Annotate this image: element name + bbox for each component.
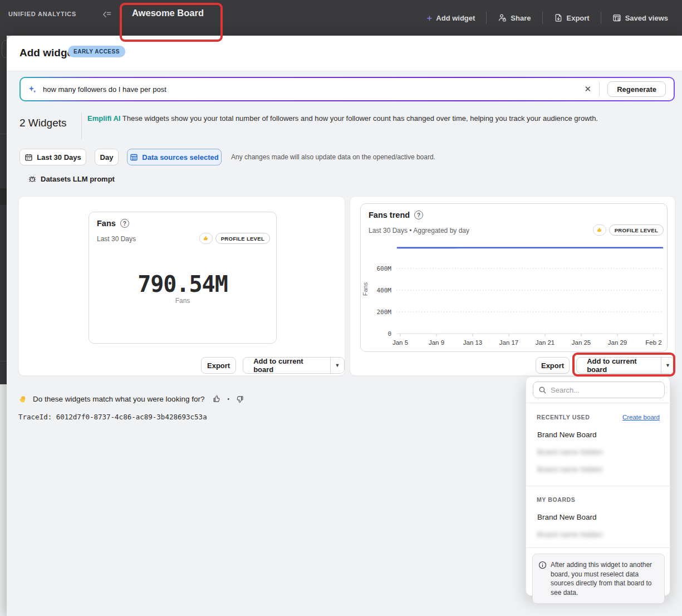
svg-text:Jan 21: Jan 21 <box>536 339 555 346</box>
recently-used-list: Brand New Board Board name hidden Board … <box>526 426 671 478</box>
ai-prompt-inner: ✕ Regenerate <box>21 78 674 100</box>
data-sources-filter[interactable]: Data sources selected <box>127 149 222 165</box>
saved-views-icon <box>612 13 621 22</box>
add-widget-modal: Add widget EARLY ACCESS ✕ Regenerate 2 W… <box>7 36 682 616</box>
my-boards-list: Brand New Board Board name hidden <box>526 509 671 543</box>
divider <box>599 82 600 96</box>
fans-widget-container: Fans ? Last 30 Days PROFILE LEVEL 790.54… <box>18 196 345 376</box>
trace-id: TraceId: 6012d7f0-8737-4c86-ac89-3b42869… <box>18 413 207 421</box>
filters-note: Any changes made will also update data o… <box>231 153 435 161</box>
svg-text:Jan 17: Jan 17 <box>499 339 519 346</box>
board-list-item[interactable]: Brand New Board <box>526 509 671 526</box>
fans-card-title: Fans <box>97 219 116 228</box>
screen: UNIFIED ANALYTICS Awesome Board + Add wi… <box>0 0 682 616</box>
modal-header: Add widget EARLY ACCESS <box>7 36 682 71</box>
share-button[interactable]: Share <box>487 13 542 22</box>
recently-used-header: RECENTLY USED <box>537 414 590 421</box>
fans-add-to-board-button[interactable]: Add to current board <box>243 358 330 373</box>
divider <box>81 113 82 139</box>
calendar-icon <box>24 153 33 162</box>
prompt-input[interactable] <box>43 85 577 94</box>
board-title: Awesome Board <box>132 8 204 18</box>
regenerate-button[interactable]: Regenerate <box>607 81 666 97</box>
sidebar-divider <box>0 361 7 361</box>
dot-separator: • <box>227 396 229 402</box>
board-list-item[interactable]: Board name hidden <box>526 443 671 461</box>
share-person-icon <box>498 13 507 22</box>
ai-summary-text: These widgets show you your total number… <box>120 114 598 123</box>
board-search-box <box>533 382 665 398</box>
svg-text:400M: 400M <box>377 287 392 294</box>
board-list-item[interactable]: Brand New Board <box>526 426 671 443</box>
svg-text:Fans: Fans <box>362 282 369 296</box>
fans-trend-widget-container: Fans trend ? Last 30 Days • Aggregated b… <box>350 196 675 376</box>
ai-summary: Emplifi AI These widgets show you your t… <box>87 114 666 124</box>
help-icon[interactable]: ? <box>120 219 129 228</box>
sidebar-tab <box>0 188 7 205</box>
svg-text:Jan 25: Jan 25 <box>572 339 591 346</box>
brand-logo: UNIFIED ANALYTICS <box>8 11 76 17</box>
divider <box>526 486 671 486</box>
svg-text:Jan 13: Jan 13 <box>463 339 483 346</box>
svg-text:0: 0 <box>387 330 391 338</box>
data-sources-icon <box>130 153 138 162</box>
export-button-topbar[interactable]: Export <box>543 13 601 22</box>
wave-emoji-icon <box>18 395 27 404</box>
info-icon <box>538 561 547 569</box>
fans-trend-add-to-board-split-button: Add to current board ▼ <box>576 357 675 374</box>
divider <box>526 403 671 403</box>
caret-down-icon[interactable]: ▼ <box>330 358 344 373</box>
emplifi-ai-label: Emplifi AI <box>87 114 120 123</box>
svg-text:Jan 5: Jan 5 <box>392 339 408 346</box>
fans-card-period: Last 30 Days <box>97 235 136 243</box>
fans-trend-card: Fans trend ? Last 30 Days • Aggregated b… <box>360 203 668 352</box>
sidebar-divider <box>0 134 7 134</box>
fans-kpi-value: 790.54M <box>89 271 276 297</box>
thumb-up-badge-icon[interactable] <box>199 233 213 244</box>
search-icon <box>538 386 547 394</box>
board-search-input[interactable] <box>551 386 659 394</box>
fans-kpi-label: Fans <box>89 297 276 305</box>
widget-count: 2 Widgets <box>19 117 66 129</box>
sparkle-icon <box>27 84 37 94</box>
thumbs-down-icon[interactable] <box>235 394 244 404</box>
topbar-actions: + Add widget Share Export Saved views <box>415 0 679 36</box>
caret-down-icon[interactable]: ▼ <box>661 358 674 373</box>
add-widget-button[interactable]: + Add widget <box>415 13 486 23</box>
reselect-data-note: After adding this widget to another boar… <box>532 554 665 604</box>
collapse-sidebar-icon[interactable] <box>101 9 112 20</box>
fans-card: Fans ? Last 30 Days PROFILE LEVEL 790.54… <box>89 212 277 344</box>
fans-export-button[interactable]: Export <box>201 357 236 374</box>
datasets-llm-prompt-link[interactable]: Datasets LLM prompt <box>28 174 115 183</box>
thumbs-up-icon[interactable] <box>212 394 222 404</box>
export-file-icon <box>554 13 563 22</box>
saved-views-button[interactable]: Saved views <box>601 13 679 22</box>
feedback-question: Do these widgets match what you were loo… <box>33 395 204 403</box>
create-board-link[interactable]: Create board <box>622 414 660 421</box>
clear-prompt-icon[interactable]: ✕ <box>577 84 600 94</box>
feedback-row: Do these widgets match what you were loo… <box>18 394 244 404</box>
early-access-badge: EARLY ACCESS <box>68 46 125 57</box>
fans-add-to-board-split-button: Add to current board ▼ <box>243 357 345 374</box>
board-list-item[interactable]: Board name hidden <box>526 461 671 478</box>
divider <box>526 547 671 548</box>
svg-text:Jan 29: Jan 29 <box>608 339 627 346</box>
svg-text:200M: 200M <box>377 309 392 316</box>
collapsed-sidebar <box>0 36 7 384</box>
board-select-dropdown: RECENTLY USED Create board Brand New Boa… <box>526 377 670 596</box>
fans-trend-add-to-board-button[interactable]: Add to current board <box>577 358 661 373</box>
profile-level-badge: PROFILE LEVEL <box>215 233 270 244</box>
ai-prompt-bar: ✕ Regenerate <box>19 77 675 101</box>
granularity-filter[interactable]: Day <box>95 149 119 165</box>
bug-icon <box>28 174 37 183</box>
board-list-item[interactable]: Board name hidden <box>526 526 671 543</box>
date-range-filter[interactable]: Last 30 Days <box>19 149 86 165</box>
svg-text:600M: 600M <box>377 265 392 272</box>
my-boards-header: MY BOARDS <box>537 496 575 503</box>
topbar: UNIFIED ANALYTICS Awesome Board + Add wi… <box>0 0 682 36</box>
svg-text:Jan 9: Jan 9 <box>429 339 444 346</box>
svg-text:Feb 2: Feb 2 <box>645 339 661 346</box>
fans-trend-chart: 0200M400M600MJan 5Jan 9Jan 13Jan 17Jan 2… <box>361 204 668 353</box>
plus-icon: + <box>426 13 432 23</box>
fans-trend-export-button[interactable]: Export <box>536 357 570 374</box>
